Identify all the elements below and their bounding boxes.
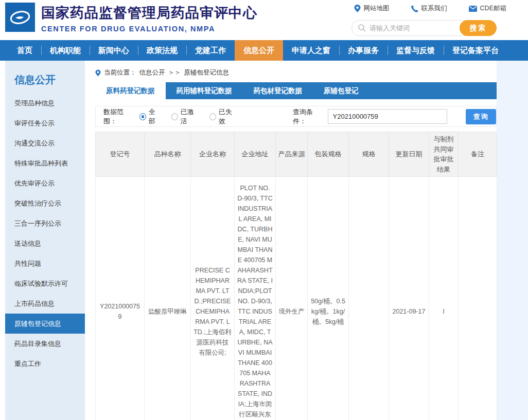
location-pin-icon: [354, 5, 361, 12]
nav-item-policy[interactable]: 政策法规: [138, 40, 186, 61]
cell-packaging-spec: 50g/桶。0.5kg/桶。1kg/桶。5kg/桶: [308, 177, 349, 420]
col-variety-name: 品种名称: [145, 132, 191, 177]
col-company-name: 企业名称: [191, 132, 235, 177]
tab-packaging-registration-data[interactable]: 药包材登记数据: [243, 82, 313, 99]
sidebar-item-key-work[interactable]: 重点工作: [5, 354, 85, 374]
sidebar: 信息公开 受理品种信息 审评任务公示 沟通交流公示 特殊审批品种列表 优先审评公…: [5, 61, 85, 420]
tab-api-registration-data[interactable]: 原料药登记数据: [95, 82, 166, 99]
site-search-input[interactable]: [369, 24, 460, 32]
cell-update-date: 2021-09-17: [389, 177, 429, 420]
radio-activated-label: 已激活: [181, 107, 199, 126]
sitemap-link[interactable]: 网站地图: [354, 4, 390, 13]
sidebar-item-breakthrough-therapy[interactable]: 突破性治疗公示: [5, 193, 85, 213]
query-condition-label: 查询条件：: [293, 107, 325, 126]
nav-item-info-disclosure[interactable]: 信息公开: [235, 40, 283, 61]
registration-data-table: 登记号 品种名称 企业名称 企业地址 产品来源 包装规格 规格 更新日期 与制剂…: [95, 132, 497, 420]
search-icon: [358, 24, 366, 32]
site-title: 国家药品监督管理局药品审评中心: [41, 4, 257, 22]
nav-item-applicant[interactable]: 申请人之窗: [283, 40, 339, 61]
sidebar-item-common-issues[interactable]: 共性问题: [5, 253, 85, 273]
radio-all-label: 全部: [149, 107, 161, 126]
site-title-block: 国家药品监督管理局药品审评中心 CENTER FOR DRUG EVALUATI…: [41, 4, 257, 33]
sidebar-item-three-in-one[interactable]: 三合一序列公示: [5, 213, 85, 233]
query-button[interactable]: 查询: [466, 109, 496, 124]
nav-item-supervision[interactable]: 监督与反馈: [388, 40, 444, 61]
sitemap-link-label: 网站地图: [364, 4, 390, 13]
sidebar-item-raw-material-registration[interactable]: 原辅包登记信息: [5, 314, 85, 334]
col-company-address: 企业地址: [235, 132, 276, 177]
col-update-date: 更新日期: [389, 132, 429, 177]
scope-radio-group: 全部 已激活 已失效: [139, 107, 237, 126]
breadcrumb-section[interactable]: 信息公开: [139, 68, 165, 77]
header-quick-links: 网站地图 联系我们 CDE邮箱: [354, 4, 506, 13]
tab-raw-aux-pack-registration[interactable]: 原辅包登记: [313, 82, 369, 99]
cell-company-address: PLOT NO. D-90/3, TTC INDUSTRIAL AREA, MI…: [235, 177, 276, 420]
col-registration-no: 登记号: [96, 132, 145, 177]
nav-item-news[interactable]: 新闻中心: [90, 40, 138, 61]
site-search-bar: 搜索: [351, 20, 497, 36]
breadcrumb-current: 原辅包登记信息: [184, 68, 230, 77]
sidebar-item-review-tasks[interactable]: 审评任务公示: [5, 113, 85, 133]
cell-company-name: PRECISE CHEMIPHARMA PVT. LTD.;PRECISE CH…: [191, 177, 235, 420]
radio-activated-control[interactable]: [171, 113, 178, 120]
tab-bar: 原料药登记数据 药用辅料登记数据 药包材登记数据 原辅包登记: [95, 82, 497, 99]
radio-expired-label: 已失效: [219, 107, 237, 126]
cell-registration-no: Y20210000759: [96, 177, 145, 420]
sidebar-item-delivery-info[interactable]: 送达信息: [5, 233, 85, 253]
page: 国家药品监督管理局药品审评中心 CENTER FOR DRUG EVALUATI…: [0, 0, 528, 420]
breadcrumb: 当前位置：信息公开 ＞＞ 原辅包登记信息: [95, 68, 497, 77]
sidebar-item-accepted-varieties[interactable]: 受理品种信息: [5, 93, 85, 113]
nav-item-functions[interactable]: 机构职能: [41, 40, 90, 61]
filter-bar: 数据范围： 全部 已激活 已失效 查询条件： 查询: [95, 106, 497, 127]
col-joint-review-result: 与制剂共同审批审批结果: [429, 132, 459, 177]
scope-label: 数据范围：: [103, 107, 135, 126]
cde-mail-link[interactable]: CDE邮箱: [469, 4, 506, 13]
sidebar-item-priority-review[interactable]: 优先审评公示: [5, 173, 85, 193]
sidebar-title: 信息公开: [5, 61, 85, 93]
sidebar-item-marketed-drugs[interactable]: 上市药品信息: [5, 294, 85, 314]
nav-item-registration-platform[interactable]: 登记备案平台: [444, 40, 507, 61]
breadcrumb-separator: ＞＞: [168, 68, 181, 77]
col-spec: 规格: [349, 132, 389, 177]
nav-item-party[interactable]: 党建工作: [186, 40, 235, 61]
envelope-icon: [469, 6, 477, 12]
table-row: Y20210000759 盐酸萘甲唑啉 PRECISE CHEMIPHARMA …: [96, 177, 497, 420]
cell-product-source: 境外生产: [276, 177, 308, 420]
radio-expired[interactable]: 已失效: [209, 107, 237, 126]
radio-all[interactable]: 全部: [139, 107, 161, 126]
right-background-strip: [497, 61, 528, 420]
cell-variety-name: 盐酸萘甲唑啉: [145, 177, 191, 420]
tab-excipient-registration-data[interactable]: 药用辅料登记数据: [166, 82, 243, 99]
nav-item-home[interactable]: 首页: [8, 40, 41, 61]
breadcrumb-pin-icon: [95, 69, 101, 77]
phone-icon: [411, 5, 418, 12]
col-remarks: 备注: [459, 132, 497, 177]
sidebar-item-drug-catalog[interactable]: 药品目录集信息: [5, 334, 85, 354]
radio-all-control[interactable]: [139, 113, 146, 120]
site-subtitle: CENTER FOR DRUG EVALUATION, NMPA: [41, 25, 257, 33]
cde-mail-link-label: CDE邮箱: [480, 4, 506, 13]
site-header: 国家药品监督管理局药品审评中心 CENTER FOR DRUG EVALUATI…: [0, 0, 528, 40]
cell-remarks: [459, 177, 497, 420]
cell-joint-review-result: I: [429, 177, 459, 420]
sidebar-item-clinical-trial-license[interactable]: 临床试验默示许可: [5, 273, 85, 294]
sidebar-item-special-approval[interactable]: 特殊审批品种列表: [5, 153, 85, 173]
main-nav: 首页 机构职能 新闻中心 政策法规 党建工作 信息公开 申请人之窗 办事服务 监…: [0, 40, 528, 61]
col-product-source: 产品来源: [276, 132, 308, 177]
cde-logo-icon: [8, 7, 32, 28]
query-condition-input[interactable]: [328, 109, 448, 124]
contact-link-label: 联系我们: [421, 4, 447, 13]
contact-link[interactable]: 联系我们: [411, 4, 447, 13]
site-logo: [5, 3, 35, 32]
breadcrumb-label: 当前位置：: [104, 68, 136, 77]
col-packaging-spec: 包装规格: [308, 132, 349, 177]
sidebar-item-communication[interactable]: 沟通交流公示: [5, 133, 85, 153]
cell-spec: [349, 177, 389, 420]
nav-item-services[interactable]: 办事服务: [339, 40, 388, 61]
radio-expired-control[interactable]: [209, 113, 216, 120]
radio-activated[interactable]: 已激活: [171, 107, 199, 126]
table-header-row: 登记号 品种名称 企业名称 企业地址 产品来源 包装规格 规格 更新日期 与制剂…: [96, 132, 497, 177]
main-content: 当前位置：信息公开 ＞＞ 原辅包登记信息 原料药登记数据 药用辅料登记数据 药包…: [85, 61, 497, 420]
site-search-button[interactable]: 搜索: [460, 20, 497, 36]
